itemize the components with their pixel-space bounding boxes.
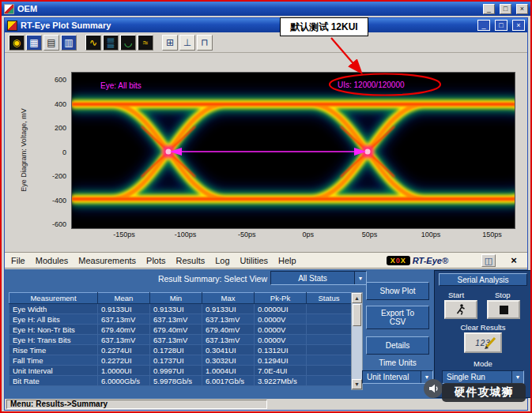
print-icon[interactable]: ▤ [43, 35, 59, 51]
time-units-label: Time Units [366, 359, 429, 367]
cell-mean: 1.0000UI [98, 366, 150, 376]
col-pkpk[interactable]: Pk-Pk [255, 293, 307, 304]
cursors-icon[interactable]: ⊥ [179, 35, 195, 51]
menu-modules[interactable]: Modules [36, 256, 69, 265]
cell-mean: 0.9133UI [98, 304, 150, 314]
plot-waveform-icon[interactable]: ≈ [138, 35, 153, 51]
col-max[interactable]: Max [202, 293, 255, 304]
show-plot-button[interactable]: Show Plot [366, 282, 429, 300]
brand: X0X RT-Eye® [387, 256, 448, 265]
col-min[interactable]: Min [150, 293, 202, 304]
y-tick-label: -400 [52, 197, 66, 205]
maximize-button[interactable]: □ [500, 4, 511, 14]
cell-min: 0.9997UI [150, 366, 202, 376]
stats-view-value: All Stats [271, 274, 354, 283]
plot-eye-icon[interactable]: ∿ [85, 35, 101, 51]
stats-view-select[interactable]: All Stats ▼ [270, 271, 367, 285]
eye-diagram-plot: Eye: All bits UIs: 12000/120000 [72, 73, 515, 228]
time-units-select[interactable]: Unit Interval ▼ [362, 370, 433, 384]
table-row[interactable]: Eye H: Non-Tr Bits 679.40mV 679.40mV 679… [9, 325, 352, 335]
menu-file[interactable]: File [11, 256, 25, 265]
dropdown-arrow-icon[interactable]: ▼ [511, 371, 523, 383]
table-row[interactable]: Unit Interval 1.0000UI 0.9997UI 1.0004UI… [9, 366, 352, 376]
cell-measurement: Unit Interval [9, 366, 98, 376]
plot-bathtub-icon[interactable]: ◡ [120, 35, 136, 51]
details-button[interactable]: Details [366, 336, 429, 355]
cell-min: 0.1737UI [150, 355, 202, 366]
cell-pkpk: 0.1294UI [255, 355, 307, 366]
app-maximize-button[interactable]: □ [495, 20, 507, 31]
table-row[interactable]: Fall Time 0.2272UI 0.1737UI 0.3032UI 0.1… [9, 355, 352, 366]
cell-max: 6.0017Gb/s [202, 376, 255, 386]
y-tick-label: 200 [55, 124, 66, 132]
results-panel: Result Summary: Select View All Stats ▼ … [5, 269, 527, 399]
scroll-down-icon[interactable]: ▼ [352, 379, 362, 389]
cell-mean: 679.40mV [98, 325, 150, 335]
annotation-callout: 默认测试 12KUI [280, 17, 368, 36]
x-tick-label: 150ps [482, 231, 502, 238]
mask-icon[interactable]: ⊓ [197, 35, 213, 51]
cell-mean: 6.0000Gb/s [98, 376, 150, 386]
tile-plots-icon[interactable]: ⊞ [162, 35, 178, 51]
table-row[interactable]: Eye H: All Bits 637.13mV 637.13mV 637.13… [9, 314, 352, 325]
menu-plots[interactable]: Plots [146, 256, 165, 265]
col-status[interactable]: Status [307, 293, 352, 304]
cell-max: 0.3041UI [202, 345, 255, 355]
start-label: Start [448, 291, 464, 299]
table-scrollbar[interactable]: ▲ ▼ [351, 292, 363, 390]
analysis-window-icon[interactable]: ◫ [481, 254, 496, 267]
time-units-value: Unit Interval [363, 373, 421, 381]
table-row[interactable]: Bit Rate 6.0000Gb/s 5.9978Gb/s 6.0017Gb/… [9, 376, 352, 386]
cell-max: 0.3032UI [202, 355, 255, 366]
rt-eye-logo-icon[interactable]: ◉ [9, 35, 25, 51]
rt-eye-app-icon [7, 21, 17, 31]
cell-min: 637.13mV [150, 335, 202, 345]
cell-mean: 637.13mV [98, 314, 150, 325]
status-message: Menu: Results->Summary [6, 400, 267, 409]
cell-measurement: Eye H: Non-Tr Bits [9, 325, 98, 335]
menu-measurements[interactable]: Measurements [78, 256, 136, 265]
app-close-button[interactable]: × [512, 20, 525, 31]
stop-button[interactable] [487, 300, 520, 319]
close-button[interactable]: × [516, 4, 528, 14]
app-icon [4, 4, 14, 14]
table-row[interactable]: Eye H: Trans Bits 637.13mV 637.13mV 637.… [9, 335, 352, 345]
dropdown-arrow-icon[interactable]: ▼ [354, 272, 366, 284]
menu-results[interactable]: Results [176, 256, 206, 265]
col-mean[interactable]: Mean [98, 293, 150, 304]
export-csv-button[interactable]: Export To CSV [366, 306, 429, 329]
x-tick-label: 50ps [362, 231, 378, 238]
menu-log[interactable]: Log [215, 256, 229, 265]
eye-diagram-canvas[interactable]: Eye: All bits UIs: 12000/120000 [71, 72, 515, 229]
hide-panel-button[interactable]: × [507, 254, 521, 267]
plot-histogram-icon[interactable]: ▒ [103, 35, 119, 51]
cell-min: 0.9133UI [150, 304, 202, 314]
app-titlebar: RT-Eye Plot Summary _ □ × [5, 18, 527, 32]
cell-status [307, 325, 352, 335]
stop-icon [500, 306, 508, 314]
save-icon[interactable]: ▦ [26, 35, 42, 51]
table-row[interactable]: Eye Width 0.9133UI 0.9133UI 0.9133UI 0.0… [9, 304, 352, 314]
watermark-megaphone-icon [424, 379, 443, 398]
cell-status [307, 314, 352, 325]
menu-help[interactable]: Help [278, 256, 296, 265]
mode-label: Mode [435, 359, 531, 368]
y-axis-title: Eye Diagram: Voltage, mV [17, 72, 30, 228]
cell-mean: 0.2274UI [98, 345, 150, 355]
export-results-icon[interactable]: ▥ [61, 35, 77, 51]
eye-width-cursor-arrow[interactable] [170, 148, 366, 156]
mode-select[interactable]: Single Run ▼ [442, 370, 524, 384]
start-button[interactable] [444, 300, 477, 319]
scrollbar-thumb[interactable] [353, 304, 361, 326]
app-minimize-button[interactable]: _ [477, 20, 490, 31]
cell-max: 0.9133UI [202, 304, 255, 314]
minimize-button[interactable]: _ [483, 4, 495, 14]
cell-max: 637.13mV [202, 314, 255, 325]
table-row[interactable]: Rise Time 0.2274UI 0.1728UI 0.3041UI 0.1… [9, 345, 352, 355]
scroll-up-icon[interactable]: ▲ [352, 293, 362, 303]
menu-utilities[interactable]: Utilities [240, 256, 268, 265]
clear-results-button[interactable]: 123 [464, 332, 502, 353]
col-measurement[interactable]: Measurement [9, 293, 98, 304]
cell-status [307, 304, 352, 314]
cell-measurement: Bit Rate [9, 376, 98, 386]
